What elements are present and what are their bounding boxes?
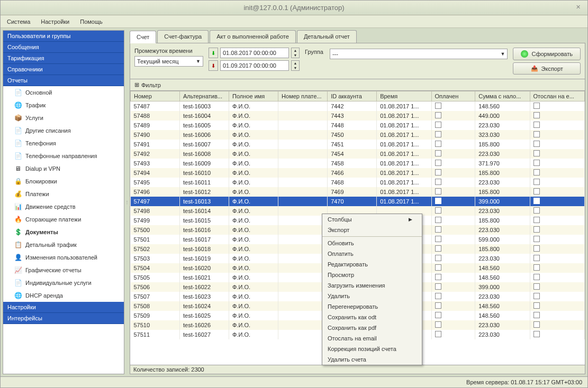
table-row[interactable]: 57491test-16007Ф.И.О.745101.08.2017 1...… [131, 140, 585, 149]
checkbox[interactable] [435, 122, 441, 128]
date-from-picker-icon[interactable]: ⬇ [209, 48, 218, 58]
context-menu-item[interactable]: Сохранить как pdf [322, 322, 422, 333]
checkbox[interactable] [435, 312, 441, 318]
filter-toggle[interactable]: ⊞ Фильтр [134, 81, 581, 88]
sidebar-item[interactable]: 🖥Dialup и VPN [3, 162, 124, 175]
menu-system[interactable]: Система [3, 17, 34, 26]
sidebar-section[interactable]: Сообщения [3, 42, 124, 53]
context-menu-item[interactable]: Столбцы▶ [322, 214, 422, 225]
date-from-spinner[interactable]: ▲▼ [291, 48, 300, 58]
checkbox[interactable] [435, 236, 441, 242]
sidebar-item[interactable]: 🌐Трафик [3, 99, 124, 112]
sidebar-item[interactable]: 🌐DHCP аренда [3, 289, 124, 302]
checkbox[interactable] [435, 293, 441, 299]
context-menu-item[interactable]: Редактировать [322, 259, 422, 270]
table-row[interactable]: 57493test-16009Ф.И.О.745801.08.2017 1...… [131, 159, 585, 168]
column-header[interactable]: Альтернатив... [180, 91, 229, 101]
date-to-picker-icon[interactable]: ⬇ [209, 60, 218, 71]
context-menu-item[interactable]: Обновить [322, 238, 422, 248]
checkbox[interactable] [435, 141, 441, 147]
context-menu-item[interactable]: Коррекция позиций счета [322, 344, 422, 354]
checkbox[interactable] [533, 255, 540, 261]
table-row[interactable]: 57495test-16011Ф.И.О.746801.08.2017 1...… [131, 178, 585, 187]
context-menu-item[interactable]: Загрузить изменения [322, 280, 422, 291]
close-icon[interactable]: ✕ [576, 4, 584, 12]
sidebar-item[interactable]: 📄Другие списания [3, 124, 124, 137]
sidebar-item[interactable]: 📄Индивидуальные услуги [3, 276, 124, 289]
context-menu-item[interactable]: Отослать на email [322, 333, 422, 344]
checkbox[interactable] [435, 217, 441, 223]
splitter[interactable]: ⋮ [125, 28, 129, 376]
sidebar-item[interactable]: 📄Телефония [3, 137, 124, 150]
checkbox[interactable] [533, 188, 540, 195]
table-row[interactable]: 57487test-16003Ф.И.О.744201.08.2017 1...… [131, 101, 585, 112]
column-header[interactable]: ID аккаунта [328, 91, 377, 101]
sidebar-section-reports[interactable]: Отчеты [3, 75, 124, 86]
sidebar-section[interactable]: Справочники [3, 64, 124, 75]
date-to-input[interactable]: 01.09.2017 00:00:00 [220, 60, 289, 71]
context-menu-item[interactable]: Удалить счета [322, 354, 422, 365]
date-to-spinner[interactable]: ▲▼ [291, 60, 300, 71]
checkbox[interactable] [533, 103, 540, 109]
context-menu-item[interactable]: Просмотр [322, 270, 422, 280]
checkbox[interactable] [435, 131, 441, 137]
checkbox[interactable] [435, 226, 441, 233]
table-row[interactable]: 57488test-16004Ф.И.О.744301.08.2017 1...… [131, 111, 585, 121]
tab[interactable]: Счет [130, 31, 156, 43]
checkbox[interactable] [435, 245, 441, 252]
export-button[interactable]: 📤 Экспорт [513, 62, 581, 75]
sidebar-item[interactable]: 📊Движение средств [3, 200, 124, 213]
table-row[interactable]: 57496test-16012Ф.И.О.746901.08.2017 1...… [131, 187, 585, 197]
sidebar-section[interactable]: Тарификация [3, 53, 124, 64]
checkbox[interactable] [533, 141, 540, 147]
tab[interactable]: Счет-фактура [157, 30, 209, 43]
column-header[interactable]: Номер [131, 91, 180, 101]
sidebar-section[interactable]: Интерфейсы [3, 313, 124, 324]
column-header[interactable]: Время [377, 91, 431, 101]
checkbox[interactable] [533, 293, 540, 299]
checkbox[interactable] [435, 179, 441, 185]
table-row[interactable]: 57492test-16008Ф.И.О.745401.08.2017 1...… [131, 149, 585, 159]
sidebar-item[interactable]: 📄Основной [3, 86, 124, 99]
checkbox[interactable] [435, 264, 441, 271]
checkbox[interactable] [533, 274, 540, 280]
checkbox[interactable] [435, 103, 441, 109]
table-row[interactable]: 57497test-16013Ф.И.О.747001.08.2017 1...… [131, 197, 585, 206]
checkbox[interactable] [435, 160, 441, 166]
checkbox[interactable] [533, 198, 540, 204]
checkbox[interactable] [435, 283, 441, 290]
generate-button[interactable]: Сформировать [513, 48, 581, 60]
checkbox[interactable] [435, 150, 441, 156]
checkbox[interactable] [435, 321, 441, 328]
sidebar-item[interactable]: 💰Платежи [3, 188, 124, 200]
checkbox[interactable] [533, 226, 540, 233]
checkbox[interactable] [533, 112, 540, 118]
checkbox[interactable] [533, 122, 540, 128]
table-row[interactable]: 57490test-16006Ф.И.О.745001.08.2017 1...… [131, 130, 585, 140]
sidebar-item[interactable]: 📋Детальный трафик [3, 238, 124, 251]
menu-help[interactable]: Помощь [76, 17, 107, 26]
checkbox[interactable] [533, 321, 540, 328]
checkbox[interactable] [435, 169, 441, 175]
sidebar-item[interactable]: 📄Телефонные направления [3, 150, 124, 162]
sidebar-item[interactable]: 👤Изменения пользователей [3, 251, 124, 264]
checkbox[interactable] [435, 331, 441, 337]
column-header[interactable]: Сумма с нало... [475, 91, 530, 101]
checkbox[interactable] [533, 160, 540, 166]
column-header[interactable]: Отослан на е... [530, 91, 584, 101]
period-preset-select[interactable]: Текущий месяц ▼ [134, 56, 203, 67]
column-header[interactable]: Номер плате... [278, 91, 328, 101]
tab[interactable]: Акт о выполненной работе [210, 30, 296, 43]
checkbox[interactable] [533, 264, 540, 271]
checkbox[interactable] [533, 245, 540, 252]
checkbox[interactable] [533, 179, 540, 185]
checkbox[interactable] [435, 255, 441, 261]
sidebar-item[interactable]: 🔥Сгорающие платежи [3, 213, 124, 226]
checkbox[interactable] [435, 274, 441, 280]
checkbox[interactable] [435, 188, 441, 195]
sidebar-item[interactable]: 📦Услуги [3, 112, 124, 124]
checkbox[interactable] [533, 131, 540, 137]
sidebar-item[interactable]: 💲Документы [3, 226, 124, 238]
context-menu-item[interactable]: Экспорт [322, 225, 422, 235]
checkbox[interactable] [435, 302, 441, 309]
